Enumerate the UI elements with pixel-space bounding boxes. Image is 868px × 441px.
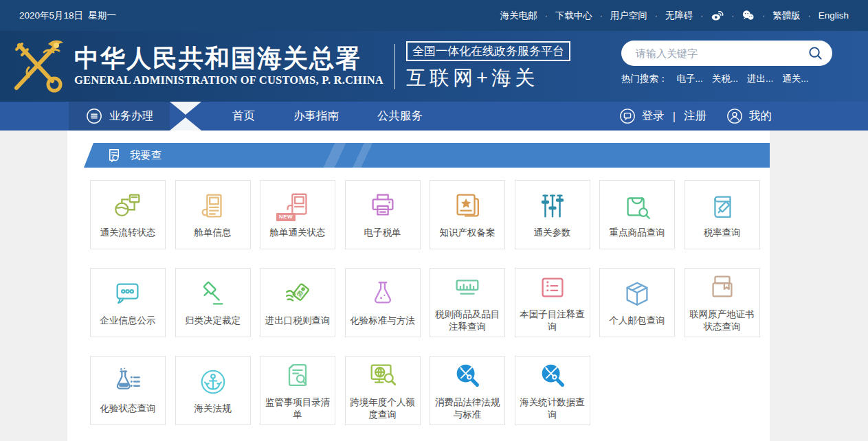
tile-16[interactable]: 联网原产地证书状态查询: [685, 268, 760, 337]
topbar-link-1[interactable]: 海关电邮: [500, 10, 537, 22]
tile-1[interactable]: 通关流转状态: [90, 180, 166, 249]
tile-20[interactable]: 跨境年度个人额度查询: [345, 356, 421, 425]
tile-9[interactable]: 企业信息公示: [90, 268, 166, 337]
nav-pointer-decoration: [170, 102, 201, 131]
platform-badge: 全国一体化在线政务服务平台: [406, 41, 570, 61]
tile-5[interactable]: 知识产权备案: [430, 180, 505, 249]
search-input[interactable]: [634, 47, 808, 60]
topbar-separator-dot: ·: [762, 11, 765, 21]
tile-label: 舱单通关状态: [270, 227, 326, 239]
message-bubble-icon: [619, 108, 636, 124]
nav-link-2[interactable]: 办事指南: [293, 109, 339, 124]
login-register-separator: |: [673, 110, 676, 123]
topbar-links: 海关电邮·下载中心·用户空间·无障碍···繁體版·English: [500, 9, 849, 22]
tile-15[interactable]: 个人邮包查询: [599, 268, 675, 337]
site-banner: 中华人民共和国海关总署 GENERAL ADMINISTRATION OF CU…: [0, 31, 868, 102]
topbar-link-4[interactable]: 无障碍: [665, 10, 693, 22]
tile-19[interactable]: 监管事项目录清单: [260, 356, 335, 425]
tile-label: 进出口税则查询: [265, 315, 331, 327]
topbar-link-3[interactable]: 用户空间: [610, 10, 647, 22]
date-text: 2020年5月18日 星期一: [19, 10, 116, 22]
nav-link-1[interactable]: 首页: [232, 109, 255, 124]
topbar-separator-dot: ·: [600, 11, 603, 21]
doc-search-icon: [107, 148, 122, 163]
tile-18[interactable]: 海关法规: [175, 356, 251, 425]
tile-8[interactable]: 税率查询: [685, 180, 760, 249]
site-subtitle: GENERAL ADMINISTRATION OF CUSTOMS, P. R.…: [74, 74, 383, 87]
tile-label: 海关统计数据查询: [520, 396, 586, 420]
tile-label: 归类决定裁定: [185, 315, 241, 327]
tile-14[interactable]: 本国子目注释查询: [515, 268, 590, 337]
tile-2[interactable]: 舱单信息: [175, 180, 251, 249]
monitor-search-icon: [367, 360, 399, 392]
business-menu-button[interactable]: 业务办理: [69, 102, 170, 131]
tile-label: 本国子目注释查询: [520, 308, 586, 332]
topbar-separator-dot: ·: [700, 11, 703, 21]
login-button[interactable]: 登录: [642, 109, 665, 124]
wechat-icon[interactable]: [742, 9, 755, 22]
tile-label: 个人邮包查询: [610, 315, 665, 327]
tile-21[interactable]: 消费品法律法规与标准: [430, 356, 505, 425]
hot-search-item-3[interactable]: 进出...: [747, 73, 773, 85]
tile-label: 重点商品查询: [610, 227, 665, 239]
tile-label: 化验标准与方法: [350, 315, 415, 327]
hamburger-circle-icon: [86, 108, 102, 124]
tile-13[interactable]: 税则商品及品目注释查询: [430, 268, 505, 337]
tile-label: 企业信息公示: [100, 315, 156, 327]
manifest-new-icon: NEW: [282, 190, 313, 222]
topbar-separator-dot: ·: [808, 11, 811, 21]
tile-17[interactable]: 化验状态查询: [90, 356, 166, 425]
topbar-separator-dot: ·: [655, 11, 658, 21]
business-menu-label: 业务办理: [109, 109, 153, 124]
topbar-link-2[interactable]: 下载中心: [555, 10, 592, 22]
nav-account-area: 登录 | 注册 我的: [619, 102, 772, 131]
search-icon[interactable]: [808, 45, 823, 61]
query-tile-grid: 通关流转状态舱单信息NEW舱单通关状态电子税单知识产权备案通关参数重点商品查询税…: [90, 180, 770, 425]
hot-search-item-1[interactable]: 电子...: [677, 73, 703, 85]
tile-6[interactable]: 通关参数: [515, 180, 590, 249]
printer-icon: [367, 190, 399, 222]
user-circle-icon: [726, 108, 743, 124]
bag-search-icon: [621, 190, 653, 222]
tile-3[interactable]: NEW舱单通关状态: [260, 180, 335, 249]
tile-label: 消费品法律法规与标准: [434, 396, 500, 420]
hot-search-items: 电子...关税...进出...通关...: [677, 73, 809, 85]
tile-7[interactable]: 重点商品查询: [599, 180, 675, 249]
main-nav: 业务办理 首页办事指南公共服务 登录 | 注册 我的: [0, 102, 868, 131]
tile-label: 通关参数: [534, 227, 571, 239]
tile-4[interactable]: 电子税单: [345, 180, 421, 249]
weibo-icon[interactable]: [711, 9, 724, 22]
sliders-icon: [537, 190, 568, 222]
globe-monitor-icon: [112, 190, 144, 222]
tile-22[interactable]: 海关统计数据查询: [515, 356, 590, 425]
tile-label: 税率查询: [704, 227, 741, 239]
topbar-separator-dot: ·: [545, 11, 548, 21]
topbar-link-8[interactable]: English: [819, 10, 849, 21]
tile-label: 监管事项目录清单: [265, 396, 331, 420]
topbar-link-7[interactable]: 繁體版: [772, 10, 801, 22]
certificate-box-icon: [706, 272, 738, 304]
anchor-icon: [197, 366, 229, 398]
main-content-panel: 我要查 通关流转状态舱单信息NEW舱单通关状态电子税单知识产权备案通关参数重点商…: [67, 131, 770, 441]
tile-11[interactable]: 税进出口税则查询: [260, 268, 335, 337]
clipboard-search-icon: [282, 360, 313, 392]
tile-12[interactable]: 化验标准与方法: [345, 268, 421, 337]
banner-divider: [394, 44, 395, 89]
section-header-band: 我要查: [84, 143, 770, 168]
book-pen-icon: [706, 190, 738, 222]
hot-search-item-4[interactable]: 通关...: [782, 73, 808, 85]
search-box[interactable]: [621, 41, 832, 66]
nav-link-3[interactable]: 公共服务: [377, 109, 423, 124]
nav-links: 首页办事指南公共服务: [232, 102, 423, 131]
tile-label: 跨境年度个人额度查询: [350, 396, 416, 420]
tile-label: 知识产权备案: [440, 227, 496, 239]
register-button[interactable]: 注册: [684, 109, 706, 124]
my-account-button[interactable]: 我的: [749, 109, 772, 124]
tile-label: 通关流转状态: [100, 227, 156, 239]
tile-label: 舱单信息: [194, 227, 232, 239]
tile-10[interactable]: 归类决定裁定: [175, 268, 251, 337]
tile-label: 化验状态查询: [100, 403, 156, 415]
hot-search-item-2[interactable]: 关税...: [712, 73, 738, 85]
gavel-icon: [197, 278, 229, 310]
tile-label: 联网原产地证书状态查询: [689, 308, 755, 332]
